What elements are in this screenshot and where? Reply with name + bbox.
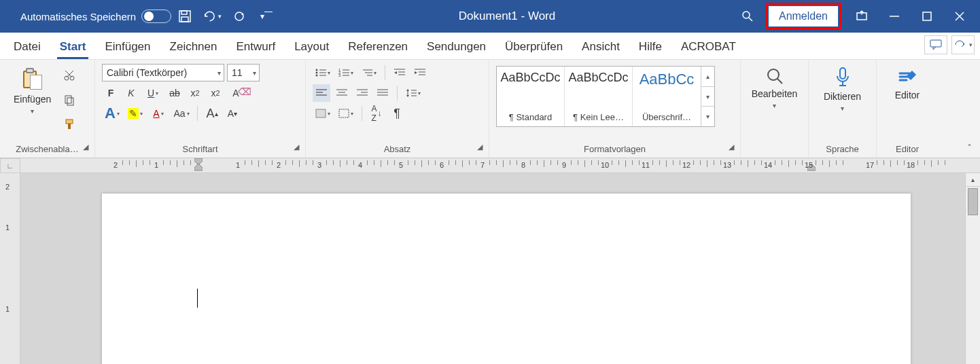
editing-label: Bearbeiten	[752, 88, 798, 99]
styles-launcher-icon[interactable]: ◢	[727, 143, 736, 152]
shrink-font-button[interactable]: A▾	[224, 105, 241, 122]
save-icon[interactable]	[175, 7, 194, 26]
scroll-thumb[interactable]	[968, 188, 978, 215]
superscript-button[interactable]: x2	[207, 84, 224, 102]
style-no-spacing[interactable]: AaBbCcDc ¶ Kein Lee…	[565, 67, 633, 126]
dictate-button[interactable]: Diktieren ▾	[816, 64, 869, 141]
style-heading1[interactable]: AaBbCc Überschrif…	[633, 67, 701, 126]
show-marks-button[interactable]: ¶	[388, 105, 406, 122]
justify-button[interactable]	[374, 84, 391, 102]
cut-icon[interactable]	[60, 67, 78, 84]
tab-review[interactable]: Überprüfen	[495, 36, 572, 59]
tab-help[interactable]: Hilfe	[629, 36, 671, 59]
editor-button[interactable]: Editor	[883, 64, 931, 141]
paragraph-launcher-icon[interactable]: ◢	[475, 143, 485, 152]
horizontal-ruler[interactable]: 211234567891011121314151718	[20, 158, 980, 173]
ruler-num: 1	[236, 161, 240, 169]
gallery-down-icon[interactable]: ▾	[701, 87, 714, 107]
style-standard[interactable]: AaBbCcDc ¶ Standard	[497, 67, 565, 126]
grow-font-button[interactable]: A▴	[203, 105, 221, 122]
qat-customize-icon[interactable]: ▾	[257, 7, 276, 26]
style-name: Überschrif…	[635, 112, 698, 122]
vertical-scrollbar[interactable]: ▴	[965, 173, 980, 364]
sort-button[interactable]: AZ↓	[368, 105, 385, 122]
scroll-up-icon[interactable]: ▴	[966, 173, 980, 187]
vertical-ruler[interactable]: 2 1 1	[0, 173, 20, 364]
maximize-button[interactable]	[911, 0, 943, 33]
editor-icon	[897, 67, 917, 87]
styles-gallery[interactable]: AaBbCcDc ¶ Standard AaBbCcDc ¶ Kein Lee……	[496, 66, 715, 127]
ribbon-mode-icon[interactable]	[845, 0, 878, 33]
paragraph-group-label: Absatz	[384, 144, 411, 154]
gallery-scroll[interactable]: ▴ ▾ ▾	[701, 67, 714, 126]
tab-layout[interactable]: Layout	[285, 36, 338, 59]
align-left-button[interactable]	[313, 84, 330, 102]
format-painter-icon[interactable]	[60, 115, 78, 133]
ribbon-tabs: Datei Start Einfügen Zeichnen Entwurf La…	[0, 33, 980, 60]
shading-button[interactable]: ▾	[313, 105, 333, 122]
clear-format-button[interactable]: A⌫	[227, 84, 245, 102]
borders-button[interactable]: ▾	[336, 105, 356, 122]
bullets-button[interactable]: ▾	[313, 64, 333, 81]
tab-design[interactable]: Entwurf	[226, 36, 285, 59]
redo-icon[interactable]	[230, 7, 249, 26]
editor-group-label: Editor	[896, 144, 919, 154]
signin-button[interactable]: Anmelden	[769, 6, 838, 26]
autosave-toggle[interactable]	[141, 10, 171, 23]
highlight-button[interactable]: ✎▾	[125, 105, 145, 122]
gallery-more-icon[interactable]: ▾	[701, 107, 714, 126]
dictate-label: Diktieren	[824, 91, 861, 102]
paste-icon	[22, 67, 43, 91]
font-name-select[interactable]: Calibri (Textkörper)▾	[102, 64, 224, 81]
search-icon[interactable]	[738, 7, 757, 26]
change-case-button[interactable]: Aa▾	[171, 105, 192, 122]
tab-mailings[interactable]: Sendungen	[417, 36, 495, 59]
undo-icon[interactable]: ▾	[203, 7, 222, 26]
align-right-button[interactable]	[353, 84, 371, 102]
page-viewport[interactable]	[20, 173, 965, 364]
font-color-button[interactable]: A▾	[148, 105, 169, 122]
font-launcher-icon[interactable]: ◢	[292, 143, 301, 152]
tab-references[interactable]: Referenzen	[338, 36, 417, 59]
multilevel-list-button[interactable]: ▾	[359, 64, 379, 81]
copy-icon[interactable]	[60, 91, 78, 109]
increase-indent-button[interactable]	[411, 64, 429, 81]
ruler-num: 6	[440, 161, 444, 169]
subscript-button[interactable]: x2	[186, 84, 204, 102]
minimize-button[interactable]	[878, 0, 911, 33]
collapse-ribbon-icon[interactable]: ˄	[962, 141, 976, 155]
microphone-icon	[833, 67, 852, 88]
comments-button[interactable]	[924, 35, 947, 54]
align-center-button[interactable]	[333, 84, 351, 102]
ruler-num: 5	[399, 161, 403, 169]
tab-file[interactable]: Datei	[4, 36, 50, 59]
decrease-indent-button[interactable]	[391, 64, 408, 81]
ribbon-body: Einfügen ▾ Zwischenabla…◢ Calibri (Textk…	[0, 60, 980, 158]
editor-label: Editor	[895, 90, 920, 101]
font-size-select[interactable]: 11▾	[227, 64, 260, 81]
italic-button[interactable]: K	[122, 84, 140, 102]
clipboard-launcher-icon[interactable]: ◢	[81, 143, 90, 152]
toggle-knob	[144, 12, 154, 21]
tab-draw[interactable]: Zeichnen	[160, 36, 227, 59]
styles-group-label: Formatvorlagen	[584, 144, 646, 154]
numbering-button[interactable]: 123▾	[336, 64, 356, 81]
gallery-up-icon[interactable]: ▴	[701, 67, 714, 87]
tab-home[interactable]: Start	[50, 36, 96, 59]
close-button[interactable]	[943, 0, 976, 33]
line-spacing-button[interactable]: ▾	[403, 84, 423, 102]
paste-button[interactable]: Einfügen ▾	[7, 64, 58, 117]
underline-button[interactable]: U▾	[143, 84, 163, 102]
svg-rect-17	[67, 98, 73, 105]
autosave-control[interactable]: Automatisches Speichern	[4, 10, 171, 23]
tab-acrobat[interactable]: ACROBAT	[671, 36, 746, 59]
bold-button[interactable]: F	[102, 84, 120, 102]
editing-button[interactable]: Bearbeiten ▾	[748, 64, 801, 141]
tab-insert[interactable]: Einfügen	[95, 36, 160, 59]
strikethrough-button[interactable]: ab	[166, 84, 183, 102]
page[interactable]	[102, 194, 911, 364]
svg-rect-2	[181, 17, 188, 22]
tab-view[interactable]: Ansicht	[572, 36, 629, 59]
share-button[interactable]: ▾	[951, 35, 975, 54]
text-effects-button[interactable]: A▾	[102, 105, 122, 122]
